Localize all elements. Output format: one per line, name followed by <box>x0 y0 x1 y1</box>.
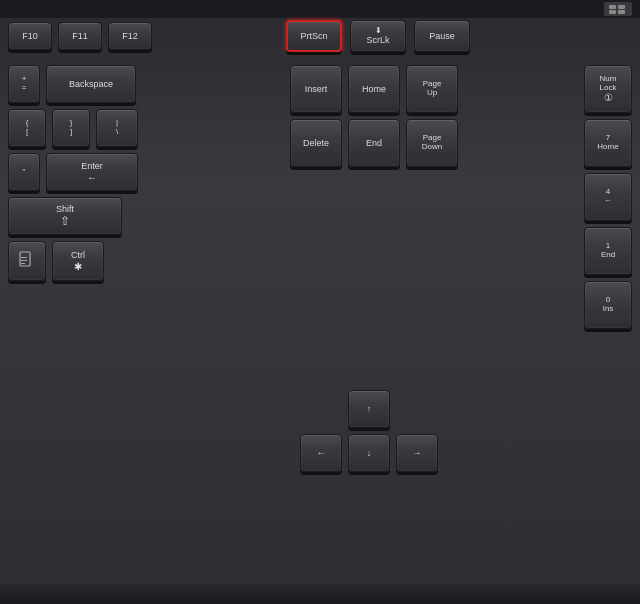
key-arrow-right-label: → <box>413 448 422 459</box>
key-end-label: End <box>366 138 382 149</box>
key-arrow-up-label: ↑ <box>367 404 372 415</box>
svg-rect-1 <box>618 5 625 9</box>
key-pageup-bottom: Up <box>427 89 437 98</box>
svg-rect-2 <box>609 10 616 14</box>
key-enter-arrow: ← <box>87 172 97 183</box>
key-numlock[interactable]: Num Lock ① <box>584 65 632 113</box>
key-ctrl-icon: ✱ <box>74 261 82 272</box>
key-dquote[interactable]: " <box>8 153 40 191</box>
key-arrow-left-label: ← <box>317 448 326 459</box>
key-arrow-right[interactable]: → <box>396 434 438 472</box>
key-ctrl-left[interactable]: Ctrl ✱ <box>52 241 104 281</box>
keyboard: F10 F11 F12 PrtScn ⬇ ScrLk Pause + = Bac… <box>0 0 640 604</box>
key-f11-label: F11 <box>72 31 88 42</box>
key-arrow-up[interactable]: ↑ <box>348 390 390 428</box>
key-numlock-icon: ① <box>604 92 613 103</box>
key-backspace-label: Backspace <box>69 79 113 90</box>
key-num0-bottom: Ins <box>603 305 614 314</box>
key-open-brace[interactable]: { [ <box>8 109 46 147</box>
svg-rect-7 <box>21 263 25 264</box>
key-f10[interactable]: F10 <box>8 22 52 50</box>
key-enter-label: Enter <box>81 161 103 172</box>
key-num7[interactable]: 7 Home <box>584 119 632 167</box>
key-num4[interactable]: 4 ← <box>584 173 632 221</box>
key-delete-label: Delete <box>303 138 329 149</box>
key-pause-label: Pause <box>429 31 455 42</box>
svg-rect-3 <box>618 10 625 14</box>
key-prtscn[interactable]: PrtScn <box>286 20 342 52</box>
key-close-brace-bottom: ] <box>70 128 72 137</box>
key-num1[interactable]: 1 End <box>584 227 632 275</box>
key-insert-label: Insert <box>305 84 328 95</box>
key-prtscn-label: PrtScn <box>300 31 327 42</box>
svg-rect-5 <box>21 257 27 258</box>
key-plus-eq[interactable]: + = <box>8 65 40 103</box>
svg-rect-0 <box>609 5 616 9</box>
key-scrlk-label: ScrLk <box>366 35 389 46</box>
key-dquote-top: " <box>23 168 26 177</box>
top-strip-icon <box>604 2 632 16</box>
key-f10-label: F10 <box>22 31 38 42</box>
key-num0[interactable]: 0 Ins <box>584 281 632 329</box>
key-shift-left[interactable]: Shift ⇧ <box>8 197 122 235</box>
key-backspace[interactable]: Backspace <box>46 65 136 103</box>
key-doc-icon[interactable] <box>8 241 46 281</box>
key-eq-label: = <box>22 84 27 93</box>
key-ctrl-label: Ctrl <box>71 250 85 261</box>
key-end[interactable]: End <box>348 119 400 167</box>
key-shift-label: Shift <box>56 204 74 215</box>
key-f11[interactable]: F11 <box>58 22 102 50</box>
key-open-brace-bottom: [ <box>26 128 28 137</box>
key-f12[interactable]: F12 <box>108 22 152 50</box>
key-close-brace[interactable]: } ] <box>52 109 90 147</box>
key-home-label: Home <box>362 84 386 95</box>
key-insert[interactable]: Insert <box>290 65 342 113</box>
key-enter[interactable]: Enter ← <box>46 153 138 191</box>
top-strip <box>0 0 640 18</box>
key-arrow-left[interactable]: ← <box>300 434 342 472</box>
key-pause[interactable]: Pause <box>414 20 470 52</box>
key-scrlk-icon: ⬇ <box>375 26 382 35</box>
key-pipe-bottom: \ <box>116 128 118 137</box>
key-f12-label: F12 <box>122 31 138 42</box>
key-delete[interactable]: Delete <box>290 119 342 167</box>
key-arrow-down[interactable]: ↓ <box>348 434 390 472</box>
svg-rect-6 <box>21 260 27 261</box>
doc-svg-icon <box>18 251 36 271</box>
key-arrow-down-label: ↓ <box>367 448 372 459</box>
key-num4-bottom: ← <box>604 197 612 206</box>
key-scrlk[interactable]: ⬇ ScrLk <box>350 20 406 52</box>
key-pageup[interactable]: Page Up <box>406 65 458 113</box>
key-num1-bottom: End <box>601 251 615 260</box>
key-shift-icon: ⇧ <box>60 214 70 228</box>
key-home[interactable]: Home <box>348 65 400 113</box>
bottom-bezel <box>0 584 640 604</box>
key-pagedown[interactable]: Page Down <box>406 119 458 167</box>
key-num7-bottom: Home <box>597 143 618 152</box>
key-pagedown-bottom: Down <box>422 143 442 152</box>
key-pipe[interactable]: | \ <box>96 109 138 147</box>
key-numlock-bottom: Lock <box>600 84 617 93</box>
